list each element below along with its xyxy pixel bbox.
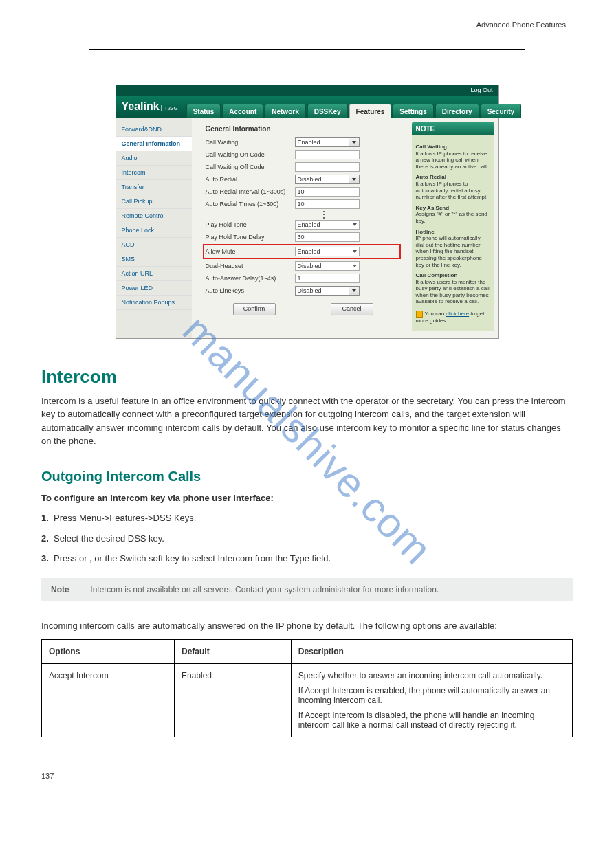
confirm-button[interactable]: Confirm [233, 303, 276, 315]
page-header-right: Advanced Phone Features [476, 21, 566, 29]
step-2-text: Select the desired DSS key. [54, 533, 164, 544]
brand-text: Yealink [122, 100, 160, 112]
form-label: Auto-Answer Delay(1~4s) [206, 275, 295, 282]
tab-dsskey[interactable]: DSSKey [307, 104, 348, 118]
logout-link[interactable]: Log Out [470, 87, 492, 93]
field-value: 30 [298, 234, 305, 241]
field-value: Disabled [298, 287, 322, 294]
sidebar-item-forward-dnd[interactable]: Forward&DND [116, 122, 192, 137]
ellipsis-vertical-icon: ⋮ [247, 212, 401, 216]
top-divider [89, 49, 525, 50]
note-guides-link[interactable]: click here [446, 311, 469, 317]
shot-titlebar: Log Out [116, 85, 498, 96]
note-item-head: Call Completion [416, 272, 490, 279]
sidebar-item-acd[interactable]: ACD [116, 238, 192, 252]
select-input[interactable]: Disabled [295, 286, 360, 296]
cell-option: Accept Intercom [42, 664, 175, 737]
form-row: Auto Redial Times (1~300)10 [206, 199, 401, 210]
form-row: Auto-Answer Delay(1~4s)1 [206, 273, 401, 284]
desc-p1: Specify whether to answer an incoming in… [298, 671, 565, 680]
field-value: 1 [298, 275, 301, 282]
sidebar-item-phone-lock[interactable]: Phone Lock [116, 223, 192, 238]
sidebar-item-intercom[interactable]: Intercom [116, 166, 192, 180]
cell-description: Specify whether to answer an incoming in… [291, 664, 572, 737]
select-input[interactable]: Enabled [295, 137, 360, 147]
sidebar-item-sms[interactable]: SMS [116, 252, 192, 267]
sidebar-item-remote-control[interactable]: Remote Control [116, 209, 192, 223]
note-item-body: Assigns "#" or "*" as the send key. [416, 211, 490, 224]
form-row: Call Waiting Off Code [206, 162, 401, 173]
form-row: Play Hold ToneEnabled [206, 219, 401, 230]
field-value: 10 [298, 188, 305, 195]
table-intro: Incoming intercom calls are automaticall… [41, 619, 573, 633]
select-input[interactable]: Disabled [295, 175, 360, 184]
note-item-body: IP phone will automatically dial out the… [416, 235, 490, 268]
sidebar-item-transfer[interactable]: Transfer [116, 180, 192, 194]
form-label: Dual-Headset [206, 263, 295, 269]
form-label: Auto Linekeys [206, 287, 295, 294]
note-title: NOTE [412, 122, 494, 135]
tab-settings[interactable]: Settings [393, 104, 433, 118]
tab-directory[interactable]: Directory [435, 104, 479, 118]
form-row: Call WaitingEnabled [206, 137, 401, 148]
th-options: Options [42, 640, 175, 664]
cell-default: Enabled [175, 664, 292, 737]
note-item-body: It allows users to monitor the busy part… [416, 279, 490, 305]
form-label: Auto Redial [206, 176, 295, 183]
text-input[interactable] [295, 150, 360, 159]
select-input[interactable]: Enabled [295, 247, 360, 256]
text-input[interactable]: 1 [295, 274, 360, 283]
note-item-head: Call Waiting [416, 144, 490, 151]
tab-status[interactable]: Status [186, 104, 221, 118]
note-item-body: It allows IP phones to automatically red… [416, 181, 490, 201]
sidebar-item-action-url[interactable]: Action URL [116, 267, 192, 281]
chevron-down-icon[interactable] [349, 175, 359, 183]
field-value: Disabled [298, 176, 322, 183]
sidebar-item-audio[interactable]: Audio [116, 151, 192, 166]
form-label: Auto Redial Interval (1~300s) [206, 188, 295, 195]
chevron-down-icon[interactable] [349, 287, 359, 295]
form-row: Dual-HeadsetDisabled [206, 260, 401, 271]
section-intercom-heading: Intercom [41, 366, 573, 388]
note-block: Note Intercom is not available on all se… [41, 578, 573, 601]
text-input[interactable]: 30 [295, 232, 360, 242]
field-value: Enabled [298, 248, 320, 255]
form-label: Allow Mute [206, 248, 295, 255]
form-row: Auto RedialDisabled [206, 174, 401, 185]
note-item-head: Auto Redial [416, 174, 490, 181]
tab-account[interactable]: Account [222, 104, 263, 118]
select-input[interactable]: Disabled [295, 261, 360, 271]
field-value: 10 [298, 201, 305, 208]
tab-features[interactable]: Features [349, 104, 392, 118]
admin-ui-screenshot: Log Out YealinkT23G StatusAccountNetwork… [116, 85, 499, 339]
text-input[interactable]: 10 [295, 187, 360, 197]
field-value: Enabled [298, 139, 320, 146]
form-label: Call Waiting Off Code [206, 164, 295, 170]
sidebar-item-notification-popups[interactable]: Notification Popups [116, 296, 192, 310]
desc-p2: If Accept Intercom is enabled, the phone… [298, 686, 565, 705]
text-input[interactable]: 10 [295, 199, 360, 209]
note-link-line: You can click here to get more guides. [416, 311, 490, 324]
note-item-body: It allows IP phones to receive a new inc… [416, 151, 490, 170]
form-label: Auto Redial Times (1~300) [206, 201, 295, 208]
note-column: NOTE Call WaitingIt allows IP phones to … [408, 118, 498, 338]
sidebar-item-call-pickup[interactable]: Call Pickup [116, 194, 192, 209]
sidebar-item-general-information[interactable]: General Information [116, 137, 192, 151]
step-1-text: Press Menu->Features->DSS Keys. [54, 513, 196, 523]
select-input[interactable]: Enabled [295, 220, 360, 230]
shot-header: YealinkT23G StatusAccountNetworkDSSKeyFe… [116, 96, 498, 118]
tab-security[interactable]: Security [481, 104, 521, 118]
tab-network[interactable]: Network [265, 104, 305, 118]
form-row: Call Waiting On Code [206, 149, 401, 160]
brand-model: T23G [161, 105, 178, 111]
desc-p3: If Accept Intercom is disabled, the phon… [298, 711, 565, 730]
chevron-down-icon[interactable] [349, 138, 359, 146]
field-value: Enabled [298, 221, 320, 228]
th-description: Description [291, 640, 572, 664]
form-panel: General Information Call WaitingEnabledC… [192, 118, 408, 338]
sidebar-item-power-led[interactable]: Power LED [116, 281, 192, 296]
text-input[interactable] [295, 162, 360, 172]
step-number-3: 3. [41, 553, 49, 564]
form-row: Auto LinekeysDisabled [206, 285, 401, 296]
cancel-button[interactable]: Cancel [331, 303, 373, 315]
